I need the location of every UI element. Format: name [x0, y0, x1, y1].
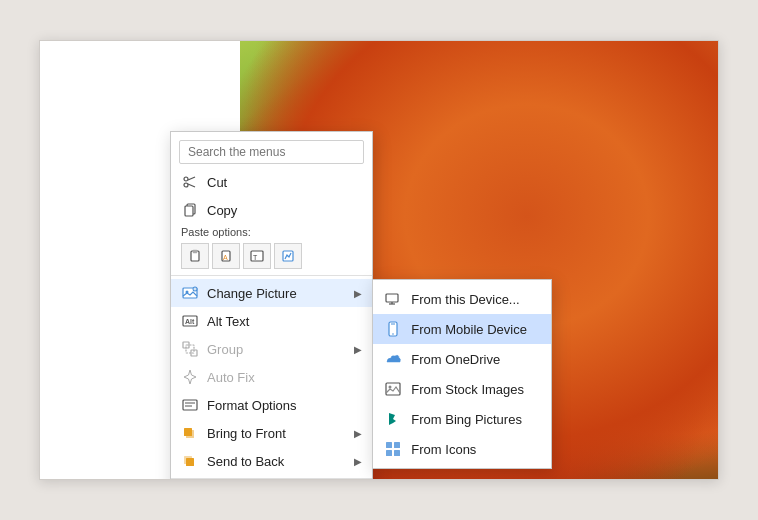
- copy-label: Copy: [207, 203, 362, 218]
- svg-point-0: [184, 177, 188, 181]
- device-icon: [383, 289, 403, 309]
- group-icon: [181, 340, 199, 358]
- from-device-label: From this Device...: [411, 292, 541, 307]
- svg-rect-35: [183, 400, 197, 410]
- svg-rect-26: [386, 442, 392, 448]
- paste-icon-1[interactable]: [181, 243, 209, 269]
- svg-rect-41: [186, 458, 194, 466]
- menu-item-alt-text[interactable]: Alt Alt Text: [171, 307, 372, 335]
- svg-line-3: [188, 184, 195, 187]
- send-to-back-label: Send to Back: [207, 454, 344, 469]
- copy-icon: [181, 201, 199, 219]
- svg-rect-34: [186, 345, 194, 353]
- menu-item-change-picture[interactable]: Change Picture ▶ From this Device...: [171, 279, 372, 307]
- auto-fix-label: Auto Fix: [207, 370, 362, 385]
- submenu-from-device[interactable]: From this Device...: [373, 284, 551, 314]
- menu-item-cut[interactable]: Cut: [171, 168, 372, 196]
- menu-item-format-options[interactable]: Format Options: [171, 391, 372, 419]
- change-picture-icon: [181, 284, 199, 302]
- svg-point-1: [184, 183, 188, 187]
- change-picture-submenu: From this Device... From Mobile Device: [372, 279, 552, 469]
- main-window: Cut Copy Paste options:: [39, 40, 719, 480]
- menu-item-send-to-back[interactable]: Send to Back ▶: [171, 447, 372, 475]
- bring-to-front-arrow: ▶: [354, 428, 362, 439]
- submenu-from-onedrive[interactable]: From OneDrive: [373, 344, 551, 374]
- from-mobile-label: From Mobile Device: [411, 322, 541, 337]
- svg-rect-5: [185, 206, 193, 216]
- alt-text-icon: Alt: [181, 312, 199, 330]
- paste-icon-3[interactable]: T: [243, 243, 271, 269]
- mobile-icon: [383, 319, 403, 339]
- svg-line-2: [188, 177, 195, 180]
- menu-item-auto-fix: Auto Fix: [171, 363, 372, 391]
- group-label: Group: [207, 342, 344, 357]
- svg-text:A: A: [223, 254, 228, 261]
- separator-2: [171, 478, 372, 479]
- group-arrow: ▶: [354, 344, 362, 355]
- paste-options-label: Paste options:: [171, 224, 372, 240]
- svg-rect-18: [386, 294, 398, 302]
- format-options-icon: [181, 396, 199, 414]
- menu-item-copy[interactable]: Copy: [171, 196, 372, 224]
- svg-text:Alt: Alt: [185, 318, 195, 325]
- from-onedrive-label: From OneDrive: [411, 352, 541, 367]
- stock-icon: [383, 379, 403, 399]
- menu-item-group: Group ▶: [171, 335, 372, 363]
- submenu-from-mobile[interactable]: From Mobile Device: [373, 314, 551, 344]
- paste-icons-row: A T: [171, 240, 372, 272]
- separator-1: [171, 275, 372, 276]
- submenu-from-stock[interactable]: From Stock Images: [373, 374, 551, 404]
- paste-icon-4[interactable]: [274, 243, 302, 269]
- send-to-back-icon: [181, 452, 199, 470]
- from-icons-label: From Icons: [411, 442, 541, 457]
- svg-rect-28: [386, 450, 392, 456]
- svg-rect-27: [394, 442, 400, 448]
- change-picture-label: Change Picture: [207, 286, 344, 301]
- cut-label: Cut: [207, 175, 362, 190]
- svg-point-25: [389, 386, 392, 389]
- bring-to-front-icon: [181, 424, 199, 442]
- svg-point-22: [393, 333, 395, 335]
- scissors-icon: [181, 173, 199, 191]
- svg-rect-39: [184, 428, 192, 436]
- change-picture-arrow: ▶: [354, 288, 362, 299]
- icons-icon: [383, 439, 403, 459]
- svg-rect-29: [394, 450, 400, 456]
- onedrive-icon: [383, 349, 403, 369]
- from-stock-label: From Stock Images: [411, 382, 541, 397]
- alt-text-label: Alt Text: [207, 314, 362, 329]
- from-bing-label: From Bing Pictures: [411, 412, 541, 427]
- submenu-from-bing[interactable]: From Bing Pictures: [373, 404, 551, 434]
- search-input[interactable]: [179, 140, 364, 164]
- paste-icon-2[interactable]: A: [212, 243, 240, 269]
- auto-fix-icon: [181, 368, 199, 386]
- svg-rect-7: [193, 250, 197, 253]
- bing-icon: [383, 409, 403, 429]
- format-options-label: Format Options: [207, 398, 362, 413]
- context-menu: Cut Copy Paste options:: [170, 131, 373, 480]
- menu-item-bring-to-front[interactable]: Bring to Front ▶: [171, 419, 372, 447]
- svg-text:T: T: [253, 254, 258, 261]
- send-to-back-arrow: ▶: [354, 456, 362, 467]
- submenu-from-icons[interactable]: From Icons: [373, 434, 551, 464]
- bring-to-front-label: Bring to Front: [207, 426, 344, 441]
